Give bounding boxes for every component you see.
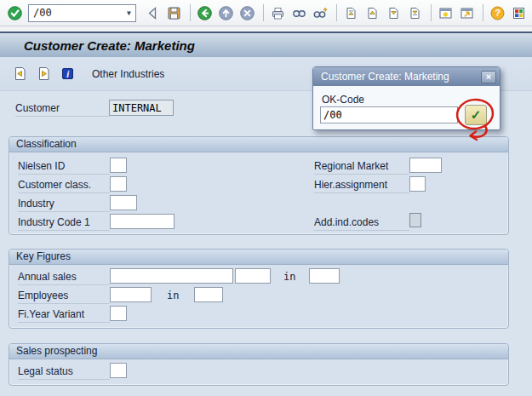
page-title: Customer Create: Marketing: [0, 38, 195, 53]
command-field[interactable]: /00 ▼: [28, 4, 136, 22]
key-figures-group: Key Figures Annual sales in Employees in…: [9, 249, 509, 329]
nielsen-id-label: Nielsen ID: [18, 159, 110, 175]
create-shortcut-icon[interactable]: [459, 5, 475, 21]
industry-field[interactable]: [110, 195, 137, 210]
info-icon[interactable]: i: [60, 66, 76, 82]
previous-page-icon[interactable]: [364, 5, 380, 21]
ok-code-label: OK-Code: [322, 94, 364, 106]
find-icon[interactable]: [291, 5, 307, 21]
customer-field[interactable]: [109, 100, 174, 116]
back-triangle-icon[interactable]: [145, 5, 161, 21]
annual-sales-label: Annual sales: [18, 270, 110, 285]
regional-market-label: Regional Market: [314, 159, 409, 175]
annual-sales-unit-field[interactable]: [235, 268, 271, 284]
ok-code-dialog: Customer Create: Marketing × OK-Code ✓: [312, 66, 501, 130]
enter-icon[interactable]: [7, 5, 23, 21]
industry-code-label: Industry Code 1: [18, 215, 110, 231]
new-session-icon[interactable]: [438, 5, 454, 21]
classification-group: Classification Nielsen ID Customer class…: [9, 136, 509, 235]
employees-unit-field[interactable]: [194, 287, 223, 302]
other-industries-button[interactable]: Other Industries: [92, 68, 164, 80]
customize-layout-icon[interactable]: [511, 5, 527, 21]
system-toolbar: /00 ▼: [0, 0, 532, 26]
add-ind-codes-box[interactable]: [409, 213, 421, 227]
industry-label: Industry: [18, 197, 110, 212]
customer-label: Customer: [15, 101, 109, 117]
toolbar-separator: [190, 4, 191, 21]
hier-assignment-field[interactable]: [409, 176, 426, 192]
fiyear-variant-field[interactable]: [110, 306, 127, 321]
dialog-title-bar[interactable]: Customer Create: Marketing ×: [313, 67, 500, 86]
toolbar-separator: [336, 4, 337, 21]
screen-title-bar: Customer Create: Marketing: [0, 32, 532, 57]
legal-status-field[interactable]: [110, 363, 127, 378]
print-icon[interactable]: [270, 5, 286, 21]
back-icon[interactable]: [197, 5, 213, 21]
find-next-icon[interactable]: [312, 5, 329, 21]
svg-text:?: ?: [495, 8, 501, 18]
dialog-title: Customer Create: Marketing: [321, 71, 481, 83]
next-screen-icon[interactable]: [36, 66, 52, 82]
ok-code-input[interactable]: [320, 106, 458, 123]
cancel-icon[interactable]: [239, 5, 255, 21]
sales-prospecting-group: Sales prospecting Legal status: [9, 343, 509, 386]
toolbar-separator: [431, 4, 432, 21]
first-page-icon[interactable]: [343, 5, 359, 21]
close-icon[interactable]: ×: [481, 71, 496, 83]
last-page-icon[interactable]: [407, 5, 423, 21]
customer-class-field[interactable]: [110, 176, 127, 192]
sales-prospecting-header: Sales prospecting: [9, 344, 508, 359]
help-icon[interactable]: ?: [489, 5, 506, 21]
exit-icon[interactable]: [218, 5, 234, 21]
annual-sales-currency-field[interactable]: [309, 268, 340, 284]
employees-label: Employees: [18, 289, 110, 304]
legal-status-label: Legal status: [18, 364, 110, 380]
employees-in-label: in: [167, 290, 179, 301]
key-figures-header: Key Figures: [9, 250, 508, 265]
industry-code-field[interactable]: [110, 214, 174, 229]
employees-field[interactable]: [110, 287, 152, 302]
classification-header: Classification: [9, 137, 508, 152]
hier-assignment-label: Hier.assignment: [314, 178, 409, 193]
customer-class-label: Customer class.: [18, 178, 110, 193]
command-dropdown-icon[interactable]: ▼: [123, 5, 135, 21]
nielsen-id-field[interactable]: [110, 158, 127, 173]
fiyear-variant-label: Fi.Year Variant: [18, 307, 110, 323]
toolbar-separator: [263, 4, 264, 21]
confirm-check-button[interactable]: ✓: [465, 105, 487, 125]
annual-sales-field[interactable]: [110, 268, 233, 284]
previous-screen-icon[interactable]: [12, 66, 28, 82]
regional-market-field[interactable]: [409, 158, 442, 173]
sap-window: /00 ▼: [0, 0, 532, 396]
toolbar-separator: [483, 4, 483, 21]
annual-sales-in-label: in: [283, 271, 295, 283]
command-field-value[interactable]: /00: [29, 7, 123, 19]
next-page-icon[interactable]: [386, 5, 402, 21]
save-icon[interactable]: [166, 5, 182, 21]
add-ind-codes-label: Add.ind.codes: [314, 215, 409, 231]
